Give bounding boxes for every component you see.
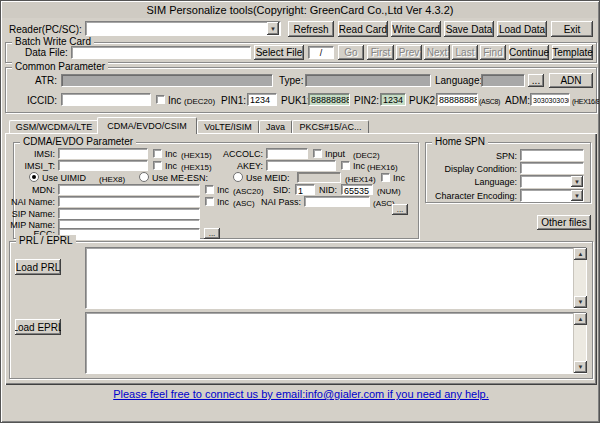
puk2-label: PUK2: [409, 95, 438, 106]
imsit-field[interactable] [58, 160, 148, 171]
imsi-field[interactable] [58, 148, 148, 159]
iccid-inc-checkbox[interactable] [156, 95, 165, 104]
iccid-field[interactable] [61, 93, 151, 106]
find-button[interactable]: Find [480, 45, 506, 60]
reader-label: Reader(PC/SC): [9, 24, 82, 35]
support-email-link[interactable]: Please feel free to connect us by email:… [1, 388, 600, 400]
prl-textarea[interactable] [85, 247, 587, 309]
use-meesn-radio[interactable] [139, 172, 149, 182]
akey-hex16-label: (HEX16) [367, 162, 398, 173]
go-button[interactable]: Go [338, 45, 364, 60]
prl-scroll-up-icon[interactable]: ▲ [574, 248, 587, 260]
nai-inc-checkbox[interactable] [205, 197, 214, 206]
meid-inc-checkbox[interactable] [381, 173, 390, 182]
tab-pkcs15[interactable]: PKCS#15/AC... [292, 120, 369, 133]
eprl-scroll-up-icon[interactable]: ▲ [574, 313, 587, 325]
continue-button[interactable]: Continue [509, 45, 549, 60]
home-spn-group-title: Home SPN [432, 136, 488, 147]
nai-pass-browse-button[interactable]: ... [392, 204, 408, 215]
akey-inc-checkbox[interactable] [341, 161, 350, 170]
reader-combobox[interactable] [85, 21, 281, 36]
language-browse-button[interactable]: ... [528, 74, 544, 87]
cdma-group-title: CDMA/EVDO Parameter [20, 136, 136, 147]
load-eprl-button[interactable]: Load EPRL [15, 319, 61, 335]
other-files-button[interactable]: Other files [537, 215, 591, 230]
character-encoding-dropdown-icon[interactable]: ▼ [571, 190, 583, 201]
atr-field [61, 74, 273, 87]
eprl-textarea[interactable] [85, 312, 587, 374]
reader-dropdown-icon[interactable]: ▼ [267, 22, 279, 35]
nai-asc-label: (ASC) [233, 198, 255, 209]
imsi-inc-label: Inc [165, 149, 177, 160]
data-file-field[interactable] [71, 46, 251, 59]
template-button[interactable]: Template [552, 45, 593, 60]
nai-pass-field[interactable] [304, 196, 370, 207]
sid-field[interactable]: 1 [295, 184, 315, 195]
imsit-inc-label: Inc [165, 161, 177, 172]
display-condition-field[interactable] [520, 162, 584, 174]
ecc-field[interactable] [58, 228, 200, 239]
accolc-field[interactable] [266, 148, 308, 159]
puk2-field[interactable]: 88888888 [436, 93, 478, 106]
save-data-button[interactable]: Save Data [444, 21, 494, 37]
title-bar: SIM Personalize tools(Copyright: GreenCa… [2, 2, 598, 18]
ecc-browse-button[interactable]: ... [204, 228, 220, 239]
meid-inc-label: Inc [393, 173, 405, 184]
mdn-inc-label: Inc [217, 185, 229, 196]
imsi-inc-checkbox[interactable] [153, 149, 162, 158]
imsit-hex15-label: (HEX15) [181, 162, 212, 173]
nai-name-field[interactable] [58, 196, 200, 207]
first-button[interactable]: First [367, 45, 394, 60]
read-card-button[interactable]: Read Card [338, 21, 388, 37]
spn-field[interactable] [520, 149, 584, 161]
tab-cdma-evdo-csim[interactable]: CDMA/EVDO/CSIM [97, 117, 197, 134]
load-prl-button[interactable]: Load PRL [15, 259, 61, 275]
adm-label: ADM: [505, 95, 530, 106]
mdn-label: MDN: [27, 185, 55, 196]
prl-scrollbar[interactable]: ▲ ▼ [573, 248, 586, 308]
meid-field[interactable] [297, 172, 341, 183]
prev-button[interactable]: Prev [396, 45, 422, 60]
accolc-input-checkbox[interactable] [313, 149, 322, 158]
eprl-scrollbar[interactable]: ▲ ▼ [573, 313, 586, 373]
tab-gsm-wcdma-lte[interactable]: GSM/WCDMA/LTE [9, 120, 99, 133]
nai-inc-label: Inc [217, 197, 229, 208]
next-button[interactable]: Next [424, 45, 450, 60]
prl-scroll-down-icon[interactable]: ▼ [574, 296, 587, 308]
spn-language-dropdown-icon[interactable]: ▼ [571, 176, 583, 187]
select-file-button[interactable]: Select File [254, 45, 304, 60]
refresh-button[interactable]: Refresh [288, 21, 334, 37]
write-card-button[interactable]: Write Card [391, 21, 441, 37]
iccid-dec20-label: (DEC20) [184, 96, 215, 107]
pin2-field[interactable]: 1234 [380, 93, 406, 106]
nid-num-label: (NUM) [377, 186, 401, 197]
accolc-label: ACCOLC: [219, 149, 263, 160]
nid-field[interactable]: 65535 [341, 184, 373, 195]
language-field[interactable] [481, 74, 525, 87]
imsit-inc-checkbox[interactable] [153, 161, 162, 170]
mdn-field[interactable] [58, 184, 200, 195]
exit-button[interactable]: Exit [551, 21, 593, 37]
akey-field[interactable] [266, 160, 336, 171]
sip-name-field[interactable] [58, 208, 200, 219]
language-label: Language: [435, 75, 482, 86]
puk1-field[interactable]: 88888888 [308, 93, 350, 106]
mdn-inc-checkbox[interactable] [205, 185, 214, 194]
use-meid-radio[interactable] [233, 172, 243, 182]
eprl-scroll-down-icon[interactable]: ▼ [574, 361, 587, 373]
imsit-label: IMSI_T: [17, 161, 55, 172]
last-button[interactable]: Last [452, 45, 478, 60]
nid-label: NID: [319, 185, 337, 196]
spn-label: SPN: [429, 151, 517, 162]
record-counter-field[interactable]: / [308, 46, 334, 59]
tab-volte-isim[interactable]: VoLTE/ISIM [197, 120, 259, 133]
iccid-label: ICCID: [21, 95, 57, 106]
adn-button[interactable]: ADN [549, 73, 593, 88]
tab-java[interactable]: Java [259, 120, 292, 133]
adm-field[interactable]: 3030303030303038 [530, 93, 570, 106]
app-window: SIM Personalize tools(Copyright: GreenCa… [0, 0, 600, 423]
puk1-label: PUK1: [281, 95, 310, 106]
load-data-button[interactable]: Load Data [497, 21, 547, 37]
use-uimid-radio[interactable] [29, 172, 39, 182]
pin1-field[interactable]: 1234 [247, 93, 277, 106]
